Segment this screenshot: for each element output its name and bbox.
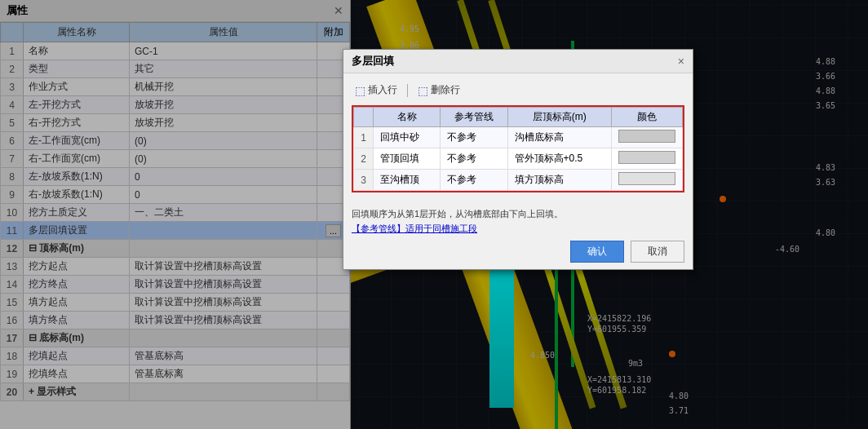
modal-footer-text: 回填顺序为从第1层开始，从沟槽底部由下向上回填。 【参考管线】适用于同槽施工段 <box>352 207 684 236</box>
modal-col-elev: 层顶标高(m) <box>507 108 611 127</box>
footer-link[interactable]: 【参考管线】适用于同槽施工段 <box>352 223 477 233</box>
modal-toolbar: ⬚ 插入行 ⬚ 删除行 <box>352 82 684 99</box>
color-swatch[interactable] <box>618 130 675 143</box>
color-swatch[interactable] <box>618 151 675 164</box>
modal-col-num <box>354 108 374 127</box>
modal-body: ⬚ 插入行 ⬚ 删除行 名称 参考管线 层顶标高(m) 颜色 <box>343 73 693 201</box>
modal-row-elev[interactable]: 管外顶标高+0.5 <box>507 148 611 170</box>
delete-row-label: 删除行 <box>431 83 460 97</box>
modal-row-name[interactable]: 管顶回填 <box>374 148 441 170</box>
modal-row-color[interactable] <box>612 170 683 191</box>
modal-row-elev[interactable]: 沟槽底标高 <box>507 127 611 148</box>
modal-row-num: 3 <box>354 170 374 191</box>
modal-footer: 回填顺序为从第1层开始，从沟槽底部由下向上回填。 【参考管线】适用于同槽施工段 … <box>343 201 693 269</box>
modal-row-num: 2 <box>354 148 374 170</box>
insert-row-button[interactable]: ⬚ 插入行 <box>352 82 401 99</box>
modal-table-wrapper: 名称 参考管线 层顶标高(m) 颜色 1回填中砂不参考沟槽底标高2管顶回填不参考… <box>352 105 684 192</box>
modal-col-color: 颜色 <box>612 108 683 127</box>
modal-table-row: 2管顶回填不参考管外顶标高+0.5 <box>354 148 683 170</box>
toolbar-separator <box>407 84 408 97</box>
modal-col-ref: 参考管线 <box>441 108 507 127</box>
modal-layers-table: 名称 参考管线 层顶标高(m) 颜色 1回填中砂不参考沟槽底标高2管顶回填不参考… <box>353 107 683 191</box>
cancel-button[interactable]: 取消 <box>631 241 684 263</box>
modal-title-bar: 多层回填 × <box>343 50 693 73</box>
modal-title: 多层回填 <box>352 54 394 69</box>
modal-row-name[interactable]: 至沟槽顶 <box>374 170 441 191</box>
modal-row-color[interactable] <box>612 148 683 170</box>
modal-footer-buttons: 确认 取消 <box>352 241 684 263</box>
multilayer-fill-dialog: 多层回填 × ⬚ 插入行 ⬚ 删除行 名称 参考管线 层顶标 <box>343 49 693 270</box>
delete-row-icon: ⬚ <box>418 84 428 97</box>
confirm-button[interactable]: 确认 <box>570 241 624 263</box>
modal-close-button[interactable]: × <box>678 55 684 68</box>
modal-row-elev[interactable]: 填方顶标高 <box>507 170 611 191</box>
modal-col-name: 名称 <box>374 108 441 127</box>
modal-table-row: 1回填中砂不参考沟槽底标高 <box>354 127 683 148</box>
insert-row-label: 插入行 <box>368 83 397 97</box>
delete-row-button[interactable]: ⬚ 删除行 <box>414 82 463 99</box>
modal-row-color[interactable] <box>612 127 683 148</box>
modal-row-ref[interactable]: 不参考 <box>441 127 507 148</box>
insert-row-icon: ⬚ <box>355 84 365 97</box>
color-swatch[interactable] <box>618 172 675 185</box>
modal-row-num: 1 <box>354 127 374 148</box>
modal-row-name[interactable]: 回填中砂 <box>374 127 441 148</box>
modal-row-ref[interactable]: 不参考 <box>441 148 507 170</box>
modal-table-row: 3至沟槽顶不参考填方顶标高 <box>354 170 683 191</box>
modal-row-ref[interactable]: 不参考 <box>441 170 507 191</box>
footer-main-text: 回填顺序为从第1层开始，从沟槽底部由下向上回填。 <box>352 209 563 219</box>
